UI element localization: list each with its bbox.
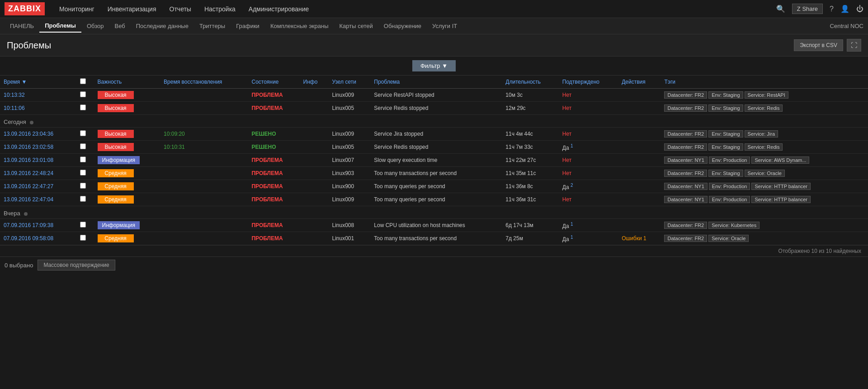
row-checkbox[interactable] xyxy=(80,183,86,189)
col-actions: Действия xyxy=(618,76,660,89)
row-host[interactable]: Linux007 xyxy=(328,154,370,167)
row-duration: 12м 29с xyxy=(502,102,559,115)
row-checkbox-cell[interactable] xyxy=(76,89,94,102)
row-problem[interactable]: Too many queries per second xyxy=(370,193,502,206)
nav-admin[interactable]: Администрирование xyxy=(243,3,315,15)
row-time[interactable]: 13.09.2016 22:47:04 xyxy=(0,193,76,206)
row-checkbox[interactable] xyxy=(80,170,86,176)
row-recovery-time xyxy=(160,193,248,206)
row-host[interactable]: Linux900 xyxy=(328,180,370,193)
row-severity: Средняя xyxy=(94,180,160,193)
row-checkbox[interactable] xyxy=(80,157,86,162)
nav-monitoring[interactable]: Мониторинг xyxy=(54,3,100,15)
sub-nav-it[interactable]: Услуги IT xyxy=(427,20,462,32)
row-time[interactable]: 07.09.2016 09:58:08 xyxy=(0,232,76,245)
row-problem[interactable]: Too many transactions per second xyxy=(370,167,502,180)
logo[interactable]: ZABBIX xyxy=(5,2,45,15)
nav-right: 🔍 Z Share ? 👤 ⏻ xyxy=(776,4,863,14)
row-time[interactable]: 10:11:06 xyxy=(0,102,76,115)
row-errors xyxy=(618,89,660,102)
tag: Datacenter: FR2 xyxy=(664,222,707,229)
table-row: 10:11:06ВысокаяПРОБЛЕМАLinux005Service R… xyxy=(0,102,868,115)
sub-nav-latest[interactable]: Последние данные xyxy=(131,20,194,32)
row-checkbox[interactable] xyxy=(80,130,86,136)
row-time[interactable]: 10:13:32 xyxy=(0,89,76,102)
col-confirmed: Подтверждено xyxy=(559,76,618,89)
row-problem[interactable]: Service Redis stopped xyxy=(370,102,502,115)
row-time[interactable]: 07.09.2016 17:09:38 xyxy=(0,219,76,232)
row-checkbox-cell[interactable] xyxy=(76,167,94,180)
row-host[interactable]: Linux008 xyxy=(328,219,370,232)
sub-nav-maps[interactable]: Карты сетей xyxy=(334,20,378,32)
row-problem[interactable]: Slow query execution time xyxy=(370,154,502,167)
row-host[interactable]: Linux001 xyxy=(328,232,370,245)
row-checkbox-cell[interactable] xyxy=(76,219,94,232)
row-time[interactable]: 13.09.2016 22:47:27 xyxy=(0,180,76,193)
row-host[interactable]: Linux005 xyxy=(328,141,370,154)
section-dot xyxy=(24,212,28,216)
row-checkbox-cell[interactable] xyxy=(76,193,94,206)
row-host[interactable]: Linux009 xyxy=(328,89,370,102)
nav-reports[interactable]: Отчеты xyxy=(164,3,197,15)
row-duration: 11ч 7м 33с xyxy=(502,141,559,154)
row-problem[interactable]: Too many transactions per second xyxy=(370,232,502,245)
row-checkbox[interactable] xyxy=(80,196,86,202)
sub-nav-problems[interactable]: Проблемы xyxy=(39,19,81,33)
row-time[interactable]: 13.09.2016 23:04:36 xyxy=(0,128,76,141)
row-checkbox[interactable] xyxy=(80,222,86,228)
share-button[interactable]: Z Share xyxy=(792,4,823,14)
row-time[interactable]: 13.09.2016 23:01:08 xyxy=(0,154,76,167)
row-checkbox[interactable] xyxy=(80,143,86,149)
user-icon[interactable]: 👤 xyxy=(840,5,849,13)
selected-count: 0 выбрано xyxy=(5,262,33,269)
row-problem[interactable]: Low CPU utilization on host machines xyxy=(370,219,502,232)
row-errors xyxy=(618,180,660,193)
row-problem[interactable]: Too many queries per second xyxy=(370,180,502,193)
row-status: ПРОБЛЕМА xyxy=(248,232,299,245)
row-checkbox-cell[interactable] xyxy=(76,102,94,115)
col-time[interactable]: Время ▼ xyxy=(0,76,76,89)
row-checkbox-cell[interactable] xyxy=(76,180,94,193)
help-icon[interactable]: ? xyxy=(830,5,834,13)
row-host[interactable]: Linux009 xyxy=(328,193,370,206)
row-confirmed: Нет xyxy=(559,128,618,141)
row-info xyxy=(300,232,329,245)
row-checkbox-cell[interactable] xyxy=(76,232,94,245)
row-problem[interactable]: Service RestAPI stopped xyxy=(370,89,502,102)
expand-button[interactable]: ⛶ xyxy=(847,39,861,52)
power-icon[interactable]: ⏻ xyxy=(856,5,863,13)
row-checkbox-cell[interactable] xyxy=(76,154,94,167)
row-status: РЕШЕНО xyxy=(248,128,299,141)
sub-nav-graphs[interactable]: Графики xyxy=(231,20,265,32)
row-recovery-time: 10:10:31 xyxy=(160,141,248,154)
row-checkbox-cell[interactable] xyxy=(76,141,94,154)
row-checkbox-cell[interactable] xyxy=(76,128,94,141)
row-checkbox[interactable] xyxy=(80,91,86,97)
row-problem[interactable]: Service Jira stopped xyxy=(370,128,502,141)
sub-nav-panel[interactable]: ПАНЕЛЬ xyxy=(5,20,39,32)
row-time[interactable]: 13.09.2016 22:48:24 xyxy=(0,167,76,180)
row-severity: Высокая xyxy=(94,89,160,102)
filter-button[interactable]: Фильтр ▼ xyxy=(412,60,456,71)
row-host[interactable]: Linux903 xyxy=(328,167,370,180)
row-host[interactable]: Linux009 xyxy=(328,128,370,141)
problems-table: Время ▼ Важность Время восстановления Со… xyxy=(0,76,868,245)
sub-nav-discovery[interactable]: Обнаружение xyxy=(378,20,427,32)
select-all-checkbox[interactable] xyxy=(80,78,86,84)
mass-confirm-button[interactable]: Массовое подтверждение xyxy=(38,260,115,270)
nav-settings[interactable]: Настройка xyxy=(199,3,241,15)
row-checkbox[interactable] xyxy=(80,235,86,241)
sub-nav-overview[interactable]: Обзор xyxy=(81,20,109,32)
export-csv-button[interactable]: Экспорт в CSV xyxy=(794,39,843,51)
row-problem[interactable]: Service Redis stopped xyxy=(370,141,502,154)
sub-nav-screens[interactable]: Комплексные экраны xyxy=(265,20,334,32)
col-checkbox[interactable] xyxy=(76,76,94,89)
row-checkbox[interactable] xyxy=(80,104,86,110)
nav-inventory[interactable]: Инвентаризация xyxy=(102,3,162,15)
row-time[interactable]: 13.09.2016 23:02:58 xyxy=(0,141,76,154)
row-duration: 7д 25м xyxy=(502,232,559,245)
row-host[interactable]: Linux005 xyxy=(328,102,370,115)
sub-nav-triggers[interactable]: Триттеры xyxy=(194,20,231,32)
sub-nav-web[interactable]: Веб xyxy=(109,20,130,32)
search-icon[interactable]: 🔍 xyxy=(776,5,785,13)
